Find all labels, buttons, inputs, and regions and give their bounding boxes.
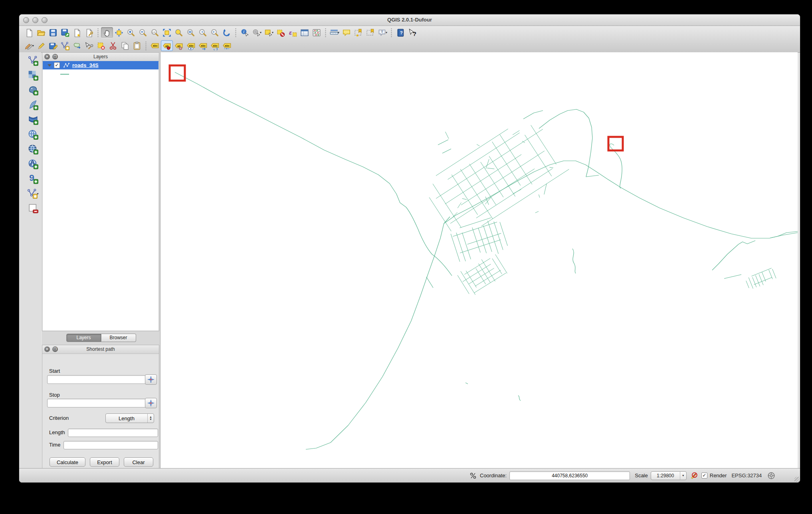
capture-stop-point-button[interactable]	[145, 398, 157, 408]
cut-features-button[interactable]	[107, 40, 119, 51]
street-line	[436, 129, 543, 199]
text-annotation-dropdown-icon[interactable]: ▾	[386, 31, 387, 34]
show-bookmarks-button[interactable]	[364, 27, 376, 38]
highlight-pinned-labels-button[interactable]: ab	[173, 40, 185, 51]
resize-grip[interactable]	[794, 477, 799, 482]
remove-layer-button[interactable]	[27, 202, 40, 214]
tab-browser[interactable]: Browser	[101, 334, 136, 342]
whats-this-button[interactable]: ?	[406, 27, 418, 38]
copy-features-button[interactable]	[119, 40, 131, 51]
zoom-to-selection-button[interactable]	[173, 27, 185, 38]
current-edits-dropdown-icon[interactable]: ▾	[32, 44, 34, 47]
paste-features-button[interactable]	[131, 40, 143, 51]
move-feature-button[interactable]	[71, 40, 83, 51]
show-hide-labels-button[interactable]: abc	[185, 40, 197, 51]
run-feature-action-dropdown-icon[interactable]: ▾	[260, 31, 261, 34]
add-vector-layer-button[interactable]	[27, 55, 40, 67]
save-layer-edits-button[interactable]	[47, 40, 59, 51]
pan-map-icon	[103, 28, 111, 37]
calculate-button[interactable]: Calculate	[50, 457, 85, 467]
node-tool-button[interactable]	[83, 40, 95, 51]
save-project-button[interactable]	[47, 27, 59, 38]
scale-dropdown-icon[interactable]: ▼	[680, 472, 686, 480]
add-delimited-text-layer-button[interactable]: 9,	[27, 173, 40, 185]
add-postgis-layer-button[interactable]	[27, 84, 40, 96]
zoom-to-layer-button[interactable]	[185, 27, 197, 38]
new-shapefile-layer-button[interactable]: ✱▾	[27, 188, 40, 200]
layer-row-roads-34s[interactable]: ✓ roads_34S	[43, 61, 158, 69]
current-edits-button[interactable]: ▾	[23, 40, 35, 51]
add-spatialite-layer-button[interactable]	[27, 99, 40, 111]
layer-labeling-button[interactable]: abc	[149, 40, 161, 51]
pan-map-button[interactable]	[101, 27, 113, 38]
export-button[interactable]: Export	[90, 457, 119, 467]
rotate-label-button[interactable]: abc	[209, 40, 221, 51]
zoom-out-button[interactable]	[137, 27, 149, 38]
copy-features-icon	[121, 42, 129, 50]
crs-status-icon[interactable]	[767, 472, 775, 480]
title-bar[interactable]: QGIS 2.0.1-Dufour	[19, 14, 800, 26]
zoom-next-button[interactable]	[209, 27, 221, 38]
measure-dropdown-icon[interactable]: ▾	[338, 31, 339, 34]
zoom-in-button[interactable]	[125, 27, 137, 38]
select-features-button[interactable]: ▾	[263, 27, 275, 38]
new-composer-button[interactable]: ★	[71, 27, 83, 38]
mouse-position-icon[interactable]	[469, 472, 477, 479]
stop-rendering-icon[interactable]	[690, 472, 697, 479]
start-input[interactable]	[47, 375, 146, 384]
zoom-native-button[interactable]: 1:1	[149, 27, 161, 38]
new-shapefile-layer-dropdown-icon[interactable]: ▾	[37, 192, 38, 196]
help-contents-button[interactable]: ?	[394, 27, 406, 38]
street-line	[539, 194, 540, 198]
attribute-table-button[interactable]	[299, 27, 311, 38]
field-calculator-button[interactable]	[311, 27, 323, 38]
measure-button[interactable]: ▾	[329, 27, 341, 38]
pin-labels-button[interactable]: ab	[161, 40, 173, 51]
new-project-button[interactable]	[23, 27, 35, 38]
coordinate-input[interactable]	[509, 471, 630, 480]
add-feature-button[interactable]: ✱	[59, 40, 71, 51]
select-features-dropdown-icon[interactable]: ▾	[272, 31, 273, 34]
render-checkbox[interactable]: ✓	[701, 472, 707, 478]
time-input[interactable]	[63, 441, 158, 449]
add-wms-layer-button[interactable]	[27, 128, 40, 140]
change-label-icon: abc	[222, 42, 231, 50]
layer-visibility-checkbox[interactable]: ✓	[54, 62, 60, 68]
toggle-editing-button[interactable]	[35, 40, 47, 51]
zoom-full-button[interactable]	[161, 27, 173, 38]
clear-button[interactable]: Clear	[124, 457, 153, 467]
run-feature-action-button[interactable]: ▾	[251, 27, 263, 38]
delete-selected-button[interactable]	[95, 40, 107, 51]
open-project-button[interactable]	[35, 27, 47, 38]
add-raster-layer-button[interactable]	[27, 69, 40, 81]
add-wfs-layer-button[interactable]	[27, 158, 40, 170]
tab-layers[interactable]: Layers	[66, 334, 101, 342]
add-mssql-layer-button[interactable]	[27, 114, 40, 126]
add-wcs-layer-button[interactable]	[27, 143, 40, 155]
stop-input[interactable]	[47, 399, 146, 407]
length-input[interactable]	[68, 429, 158, 437]
save-project-as-button[interactable]	[59, 27, 71, 38]
scale-select[interactable]: 1:29800 ▼	[651, 471, 687, 480]
capture-start-point-button[interactable]	[145, 374, 157, 385]
change-label-button[interactable]: abc	[221, 40, 233, 51]
street-line	[445, 154, 521, 204]
select-by-expression-button[interactable]: ε	[287, 27, 299, 38]
criterion-label: Criterion	[49, 415, 69, 421]
expand-triangle-icon[interactable]	[48, 64, 51, 67]
stepper-icon[interactable]: ▲▼	[147, 414, 154, 423]
identify-features-button[interactable]: i	[239, 27, 251, 38]
pan-to-selection-button[interactable]	[113, 27, 125, 38]
new-bookmark-button[interactable]: ★	[353, 27, 364, 38]
composer-manager-button[interactable]	[83, 27, 95, 38]
deselect-features-button[interactable]	[275, 27, 287, 38]
move-label-button[interactable]: abc	[197, 40, 209, 51]
refresh-map-button[interactable]	[221, 27, 233, 38]
map-tips-button[interactable]	[341, 27, 353, 38]
criterion-select[interactable]: Length ▲▼	[105, 413, 154, 423]
street-line	[769, 270, 772, 279]
zoom-last-button[interactable]	[197, 27, 209, 38]
map-canvas[interactable]	[160, 52, 798, 469]
street-line	[450, 169, 535, 223]
text-annotation-button[interactable]: T▾	[376, 27, 388, 38]
